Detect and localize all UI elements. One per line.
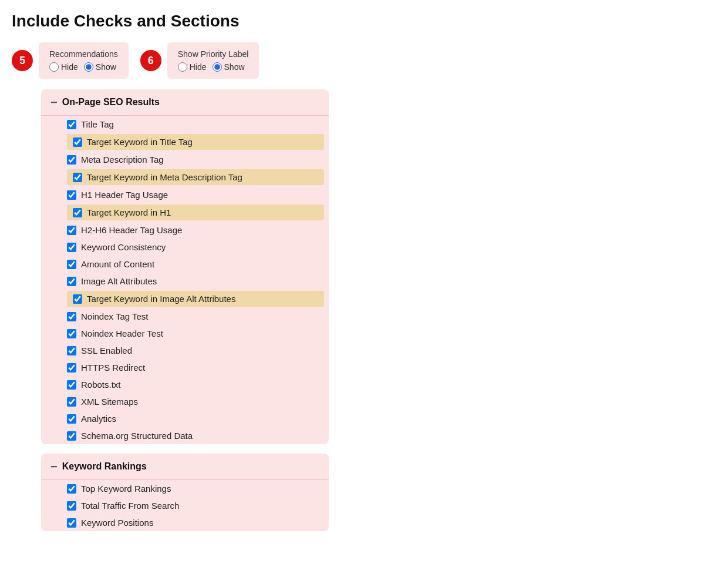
badge-5: 5: [12, 50, 33, 71]
recommendations-hide-label: Hide: [61, 62, 78, 72]
check-item-target_keyword_h1: Target Keyword in H1: [67, 204, 324, 220]
collapse-btn-on_page_seo[interactable]: −: [50, 96, 58, 108]
priority-label-control: Show Priority Label Hide Show: [167, 42, 259, 79]
badge-6: 6: [140, 50, 161, 71]
check-item-target_keyword_img_alt: Target Keyword in Image Alt Attributes: [67, 291, 324, 307]
recommendations-radio-group: Hide Show: [49, 62, 118, 72]
checkbox-xml_sitemaps[interactable]: [67, 397, 76, 407]
priority-hide-label: Hide: [190, 62, 207, 72]
section-title-on_page_seo: On-Page SEO Results: [62, 97, 160, 108]
check-item-keyword_positions: Keyword Positions: [41, 514, 329, 531]
checkbox-h2_h6_header[interactable]: [67, 226, 76, 235]
check-item-h1_header: H1 Header Tag Usage: [41, 186, 329, 203]
priority-label-label: Show Priority Label: [178, 49, 249, 59]
recommendations-show-label: Show: [96, 62, 116, 72]
check-item-ssl_enabled: SSL Enabled: [41, 342, 329, 359]
recommendations-show-radio[interactable]: [84, 62, 93, 72]
checkbox-target_keyword_img_alt[interactable]: [73, 294, 82, 304]
check-item-xml_sitemaps: XML Sitemaps: [41, 393, 329, 410]
item-label-amount_content: Amount of Content: [81, 259, 154, 269]
priority-show-label: Show: [224, 62, 245, 72]
recommendations-show-option[interactable]: Show: [84, 62, 116, 72]
priority-show-option[interactable]: Show: [213, 62, 245, 72]
check-item-noindex_header: Noindex Header Test: [41, 325, 329, 342]
check-item-target_keyword_meta: Target Keyword in Meta Description Tag: [67, 169, 324, 185]
item-label-target_keyword_title: Target Keyword in Title Tag: [87, 137, 193, 147]
checkbox-amount_content[interactable]: [67, 260, 76, 269]
priority-hide-option[interactable]: Hide: [178, 62, 207, 72]
check-item-target_keyword_title: Target Keyword in Title Tag: [67, 134, 324, 150]
item-label-https_redirect: HTTPS Redirect: [81, 363, 145, 373]
checkbox-https_redirect[interactable]: [67, 363, 76, 373]
item-label-schema_org: Schema.org Structured Data: [81, 431, 193, 441]
section-box-keyword_rankings: −Keyword Rankings23Top Keyword Rankings2…: [41, 454, 329, 531]
recommendations-control: Recommendations Hide Show: [39, 42, 129, 79]
sections-container: −On-Page SEO Results7Title Tag8Target Ke…: [12, 89, 716, 531]
item-label-noindex_tag: Noindex Tag Test: [81, 311, 149, 321]
check-item-noindex_tag: Noindex Tag Test: [41, 308, 329, 325]
checkbox-keyword_consistency[interactable]: [67, 243, 76, 252]
item-label-title_tag: Title Tag: [81, 119, 114, 129]
item-label-total_traffic_search: Total Traffic From Search: [81, 501, 179, 511]
section-header-on_page_seo: −On-Page SEO Results: [41, 89, 329, 116]
recommendations-hide-option[interactable]: Hide: [49, 62, 78, 72]
recommendations-hide-radio[interactable]: [49, 62, 59, 72]
check-item-image_alt: Image Alt Attributes: [41, 273, 329, 290]
section-title-keyword_rankings: Keyword Rankings: [62, 461, 147, 472]
check-item-top_keyword_rankings: Top Keyword Rankings: [41, 480, 329, 497]
item-label-noindex_header: Noindex Header Test: [81, 328, 163, 338]
item-label-h1_header: H1 Header Tag Usage: [81, 190, 168, 200]
checkbox-meta_desc_tag[interactable]: [67, 155, 76, 165]
page-title: Include Checks and Sections: [12, 12, 716, 31]
check-item-keyword_consistency: Keyword Consistency: [41, 239, 329, 256]
check-item-meta_desc_tag: Meta Description Tag: [41, 151, 329, 168]
item-label-analytics: Analytics: [81, 414, 116, 424]
check-item-robots_txt: Robots.txt: [41, 376, 329, 393]
check-item-https_redirect: HTTPS Redirect: [41, 359, 329, 376]
item-label-image_alt: Image Alt Attributes: [81, 276, 157, 286]
checkbox-image_alt[interactable]: [67, 277, 76, 286]
checkbox-target_keyword_meta[interactable]: [73, 173, 82, 182]
checkbox-analytics[interactable]: [67, 414, 76, 424]
checkbox-top_keyword_rankings[interactable]: [67, 484, 76, 494]
item-label-target_keyword_h1: Target Keyword in H1: [87, 207, 171, 217]
item-label-xml_sitemaps: XML Sitemaps: [81, 397, 138, 407]
checkbox-noindex_tag[interactable]: [67, 312, 76, 321]
priority-hide-radio[interactable]: [178, 62, 187, 72]
item-label-meta_desc_tag: Meta Description Tag: [81, 155, 164, 165]
top-controls: 5 Recommendations Hide Show 6 Show Prior…: [12, 42, 716, 79]
check-item-h2_h6_header: H2-H6 Header Tag Usage: [41, 222, 329, 239]
priority-show-radio[interactable]: [213, 62, 222, 72]
priority-radio-group: Hide Show: [178, 62, 249, 72]
checkbox-schema_org[interactable]: [67, 431, 76, 441]
checkbox-robots_txt[interactable]: [67, 380, 76, 390]
item-label-h2_h6_header: H2-H6 Header Tag Usage: [81, 225, 182, 235]
checkbox-target_keyword_title[interactable]: [73, 137, 82, 147]
item-label-target_keyword_img_alt: Target Keyword in Image Alt Attributes: [87, 294, 235, 304]
checkbox-noindex_header[interactable]: [67, 329, 76, 338]
item-label-target_keyword_meta: Target Keyword in Meta Description Tag: [87, 172, 242, 182]
check-item-analytics: Analytics: [41, 410, 329, 427]
checkbox-h1_header[interactable]: [67, 190, 76, 200]
check-item-schema_org: Schema.org Structured Data: [41, 427, 329, 444]
checkbox-total_traffic_search[interactable]: [67, 501, 76, 511]
collapse-btn-keyword_rankings[interactable]: −: [50, 461, 58, 472]
check-item-title_tag: Title Tag: [41, 116, 329, 133]
checkbox-ssl_enabled[interactable]: [67, 346, 76, 355]
item-label-keyword_consistency: Keyword Consistency: [81, 242, 166, 252]
check-item-amount_content: Amount of Content: [41, 256, 329, 273]
recommendations-label: Recommendations: [49, 49, 118, 59]
item-label-top_keyword_rankings: Top Keyword Rankings: [81, 484, 171, 494]
section-box-on_page_seo: −On-Page SEO Results7Title Tag8Target Ke…: [41, 89, 329, 444]
item-label-robots_txt: Robots.txt: [81, 380, 121, 390]
section-wrapper-on_page_seo: −On-Page SEO Results7Title Tag8Target Ke…: [12, 89, 716, 444]
item-label-keyword_positions: Keyword Positions: [81, 518, 153, 528]
section-wrapper-keyword_rankings: −Keyword Rankings23Top Keyword Rankings2…: [12, 454, 716, 531]
checkbox-title_tag[interactable]: [67, 120, 76, 129]
checkbox-target_keyword_h1[interactable]: [73, 208, 82, 217]
section-header-keyword_rankings: −Keyword Rankings: [41, 454, 329, 480]
item-label-ssl_enabled: SSL Enabled: [81, 345, 132, 355]
check-item-total_traffic_search: Total Traffic From Search: [41, 497, 329, 514]
checkbox-keyword_positions[interactable]: [67, 518, 76, 528]
